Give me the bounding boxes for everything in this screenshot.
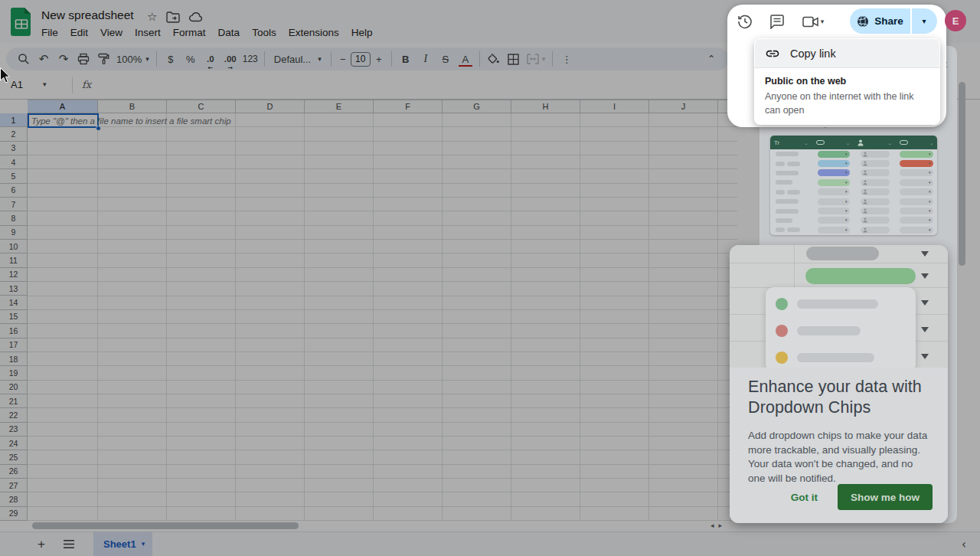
palette-table-row: ▾▾ (770, 197, 937, 206)
palette-table-row: ▾▾ (770, 149, 937, 159)
palette-table-body: ▾▾▾▾▾▾▾▾▾▾▾▾▾▾▾▾▾▾ (770, 149, 937, 235)
chip-icon (900, 140, 908, 145)
illustration-menu-item (766, 323, 916, 339)
copy-link-label: Copy link (790, 47, 836, 60)
palette-table-row: ▾▾ (770, 159, 937, 168)
dropdown-arrow-icon (921, 354, 929, 359)
copy-link-popup: Copy link Public on the web Anyone on th… (754, 38, 940, 125)
illustration-dropdown-menu (766, 287, 916, 368)
color-palette-preview-table[interactable]: Tr⌄ ⌄ ⌄ ⌄ ▾▾▾▾▾▾▾▾▾▾▾▾▾▾▾▾▾▾ (770, 136, 937, 235)
google-sheets-app: New spreadsheet ☆ FileEditViewInsertForm… (0, 0, 980, 556)
person-icon (858, 139, 864, 146)
palette-table-row: ▾▾ (770, 188, 937, 197)
share-options-button[interactable]: ▾ (912, 8, 937, 34)
share-button[interactable]: Share (850, 8, 910, 34)
share-split-button: Share ▾ (850, 8, 937, 34)
join-call-button[interactable]: ▾ (793, 6, 833, 37)
text-format-icon: Tr (774, 139, 779, 146)
chevron-down-icon: ▾ (821, 18, 825, 25)
mouse-cursor (0, 67, 11, 83)
globe-icon (857, 15, 869, 28)
palette-table-row: ▾▾ (770, 225, 937, 234)
illustration-gray-chip (806, 247, 879, 260)
copy-link-button[interactable]: Copy link (755, 39, 939, 67)
version-history-button[interactable] (729, 6, 761, 37)
dropdown-arrow-icon (921, 327, 929, 332)
link-icon (765, 46, 780, 61)
comments-button[interactable] (761, 6, 793, 37)
promo-title: Enhance your data with Dropdown Chips (748, 377, 931, 418)
dropdown-arrow-icon (921, 251, 929, 257)
show-me-how-button[interactable]: Show me how (838, 484, 933, 510)
got-it-button[interactable]: Got it (791, 492, 818, 503)
palette-table-row: ▾▾ (770, 178, 937, 187)
palette-table-header: Tr⌄ ⌄ ⌄ ⌄ (770, 136, 937, 149)
illustration-menu-item (766, 350, 916, 365)
account-avatar[interactable]: E (945, 10, 966, 31)
palette-table-row: ▾▾ (770, 206, 937, 215)
access-level-description: Anyone on the internet with the link can… (765, 90, 929, 117)
illustration-green-chip (805, 268, 916, 284)
dropdown-chips-illustration (730, 245, 948, 368)
access-level-title: Public on the web (765, 76, 846, 87)
illustration-menu-item (766, 296, 916, 312)
palette-table-row: ▾▾ (770, 168, 937, 178)
chip-icon (816, 140, 825, 145)
top-action-buttons: ▾ (729, 6, 833, 37)
chevron-down-icon: ▾ (922, 18, 926, 25)
palette-table-row: ▾▾ (770, 216, 937, 225)
dropdown-arrow-icon (921, 273, 929, 279)
promo-body: Add dropdown chips to make your data mor… (748, 429, 930, 486)
dropdown-arrow-icon (921, 300, 929, 306)
dropdown-chips-promo-card: Enhance your data with Dropdown Chips Ad… (730, 245, 948, 523)
